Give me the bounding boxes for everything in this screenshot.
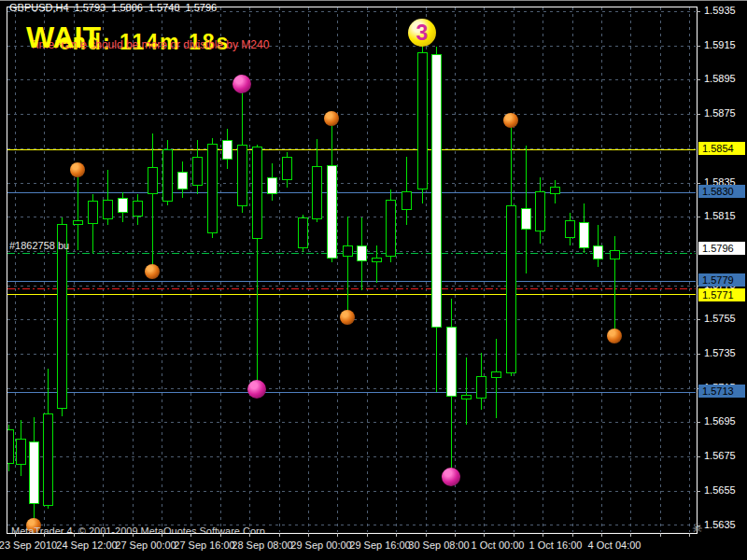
time-tick bbox=[15, 533, 16, 537]
blue-level-line-2 bbox=[7, 281, 696, 282]
grid-hline bbox=[7, 491, 696, 492]
signal-marker-magenta bbox=[442, 468, 460, 486]
signal-marker-orange bbox=[340, 310, 355, 325]
signal-marker-orange bbox=[503, 113, 518, 128]
candle-body bbox=[118, 198, 128, 213]
candle-wick bbox=[376, 245, 377, 283]
price-axis[interactable]: 1.59351.59151.58951.58751.58351.58151.57… bbox=[697, 0, 747, 560]
ohlc-close: 1.5796 bbox=[186, 2, 218, 13]
price-label-1.5771: 1.5771 bbox=[698, 288, 745, 301]
time-tick bbox=[689, 533, 690, 537]
candle-body bbox=[579, 222, 589, 248]
grid-vline bbox=[190, 7, 191, 532]
blue-level-line-1 bbox=[7, 192, 696, 193]
price-label-1.5796: 1.5796 bbox=[698, 242, 745, 255]
price-tick-label: 1.5735 bbox=[704, 347, 736, 358]
ohlc-header: GBPUSD,H41.57931.58061.57481.5796 bbox=[9, 2, 222, 13]
price-tick-label: 1.5635 bbox=[704, 519, 736, 530]
price-tick-label: 1.5815 bbox=[704, 210, 736, 221]
grid-vline bbox=[572, 7, 573, 532]
time-tick bbox=[660, 533, 661, 537]
resistance-line-upper bbox=[7, 149, 696, 150]
candle-body bbox=[491, 371, 501, 378]
candle-wick bbox=[78, 173, 78, 250]
time-tick bbox=[74, 533, 75, 537]
price-tick bbox=[697, 217, 700, 217]
candle-body bbox=[357, 245, 367, 261]
candle-body bbox=[162, 149, 173, 202]
grid-vline bbox=[689, 7, 690, 532]
time-tick bbox=[249, 533, 250, 537]
candle-body bbox=[312, 166, 322, 219]
candle-wick bbox=[496, 339, 497, 418]
stop-loss-line[interactable] bbox=[7, 288, 696, 289]
candle-body bbox=[565, 220, 575, 238]
price-tick-label: 1.5755 bbox=[704, 313, 736, 324]
candle-body bbox=[593, 245, 603, 259]
candle-body bbox=[550, 187, 560, 194]
grid-vline bbox=[337, 7, 338, 532]
candle-body bbox=[386, 200, 396, 257]
candle-wick bbox=[347, 217, 348, 315]
grid-hline bbox=[7, 422, 696, 423]
candle-body bbox=[446, 327, 457, 397]
price-tick bbox=[697, 46, 700, 47]
time-tick bbox=[308, 533, 309, 537]
candle-body bbox=[298, 217, 308, 248]
candle-body bbox=[16, 439, 26, 465]
price-tick-label: 1.5675 bbox=[704, 450, 736, 461]
price-label-1.5854: 1.5854 bbox=[698, 142, 745, 155]
candle-body bbox=[207, 144, 218, 233]
price-tick-label: 1.5895 bbox=[704, 73, 736, 84]
time-tick bbox=[279, 533, 280, 537]
candle-body bbox=[29, 441, 39, 504]
time-tick bbox=[190, 533, 191, 537]
time-tick bbox=[133, 533, 134, 537]
candle-body bbox=[267, 177, 277, 194]
candle-body bbox=[133, 201, 143, 217]
candle-body bbox=[222, 140, 233, 160]
candle-body bbox=[506, 205, 516, 373]
grid-hline bbox=[7, 183, 696, 184]
time-tick bbox=[220, 533, 221, 537]
mt4-chart-window: GBPUSD,H41.57931.58061.57481.5796 end: 1… bbox=[0, 0, 747, 560]
grid-vline bbox=[601, 7, 602, 532]
candle-body bbox=[103, 200, 113, 219]
ohlc-low: 1.5748 bbox=[148, 2, 180, 13]
grid-vline bbox=[133, 7, 134, 532]
price-tick-label: 1.5935 bbox=[704, 5, 736, 16]
grid-vline bbox=[162, 7, 162, 532]
price-tick bbox=[697, 354, 700, 355]
grid-vline bbox=[103, 7, 104, 532]
grid-hline bbox=[7, 388, 696, 389]
time-tick bbox=[44, 533, 45, 537]
candle-body bbox=[177, 172, 188, 189]
price-tick-label: 1.5655 bbox=[704, 484, 736, 496]
time-tick bbox=[514, 533, 514, 537]
time-tick bbox=[337, 533, 338, 537]
time-axis[interactable]: 23 Sep 201024 Sep 12:0027 Sep 00:0027 Se… bbox=[0, 533, 697, 560]
price-tick-label: 1.5695 bbox=[704, 415, 736, 427]
time-tick bbox=[367, 533, 368, 537]
signal-marker-orange bbox=[607, 329, 622, 343]
grid-vline bbox=[279, 7, 280, 532]
signal-marker-magenta bbox=[233, 75, 251, 93]
candle-body bbox=[88, 201, 98, 224]
price-label-1.5830: 1.5830 bbox=[698, 185, 745, 198]
time-tick bbox=[630, 533, 631, 537]
grid-vline bbox=[367, 7, 368, 532]
time-tick bbox=[396, 533, 397, 537]
signal-status-text: WAIT bbox=[26, 21, 101, 55]
chart-canvas[interactable]: end: 114m 18s TimeFrame should be more o… bbox=[7, 7, 698, 534]
time-tick-label: 4 Oct 04:00 bbox=[575, 539, 654, 551]
grid-vline bbox=[455, 7, 456, 532]
ohlc-high: 1.5806 bbox=[111, 2, 143, 13]
candle-body bbox=[237, 145, 247, 206]
symbol-timeframe: GBPUSD,H4 bbox=[9, 2, 69, 13]
order-line-label[interactable]: #1862758 bu bbox=[9, 240, 69, 251]
candle-body bbox=[327, 165, 337, 259]
time-tick bbox=[543, 533, 543, 537]
price-tick bbox=[697, 114, 700, 115]
price-tick bbox=[697, 11, 700, 12]
time-tick bbox=[103, 533, 104, 537]
